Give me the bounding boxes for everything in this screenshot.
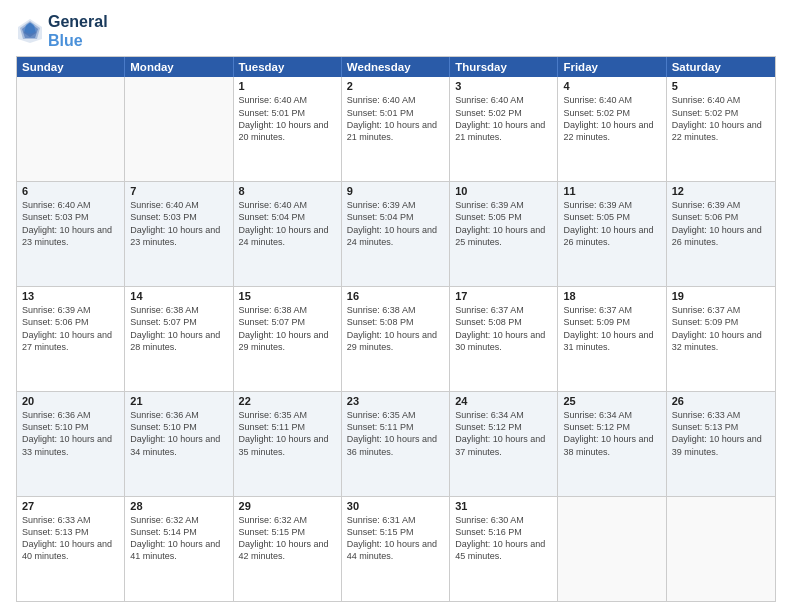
empty-cell bbox=[17, 77, 125, 181]
cell-info: Sunrise: 6:40 AMSunset: 5:01 PMDaylight:… bbox=[347, 94, 444, 143]
day-cell-23: 23Sunrise: 6:35 AMSunset: 5:11 PMDayligh… bbox=[342, 392, 450, 496]
logo-icon bbox=[16, 17, 44, 45]
cell-info: Sunrise: 6:37 AMSunset: 5:09 PMDaylight:… bbox=[672, 304, 770, 353]
day-cell-5: 5Sunrise: 6:40 AMSunset: 5:02 PMDaylight… bbox=[667, 77, 775, 181]
empty-cell bbox=[558, 497, 666, 601]
day-number: 23 bbox=[347, 395, 444, 407]
day-number: 16 bbox=[347, 290, 444, 302]
calendar-row-0: 1Sunrise: 6:40 AMSunset: 5:01 PMDaylight… bbox=[17, 77, 775, 181]
cell-info: Sunrise: 6:38 AMSunset: 5:07 PMDaylight:… bbox=[239, 304, 336, 353]
day-cell-15: 15Sunrise: 6:38 AMSunset: 5:07 PMDayligh… bbox=[234, 287, 342, 391]
header-day-tuesday: Tuesday bbox=[234, 57, 342, 77]
cell-info: Sunrise: 6:33 AMSunset: 5:13 PMDaylight:… bbox=[22, 514, 119, 563]
day-cell-18: 18Sunrise: 6:37 AMSunset: 5:09 PMDayligh… bbox=[558, 287, 666, 391]
day-number: 10 bbox=[455, 185, 552, 197]
cell-info: Sunrise: 6:35 AMSunset: 5:11 PMDaylight:… bbox=[347, 409, 444, 458]
day-number: 24 bbox=[455, 395, 552, 407]
day-cell-28: 28Sunrise: 6:32 AMSunset: 5:14 PMDayligh… bbox=[125, 497, 233, 601]
day-cell-31: 31Sunrise: 6:30 AMSunset: 5:16 PMDayligh… bbox=[450, 497, 558, 601]
day-number: 11 bbox=[563, 185, 660, 197]
cell-info: Sunrise: 6:39 AMSunset: 5:05 PMDaylight:… bbox=[563, 199, 660, 248]
day-number: 13 bbox=[22, 290, 119, 302]
logo-text: General Blue bbox=[48, 12, 108, 50]
day-cell-17: 17Sunrise: 6:37 AMSunset: 5:08 PMDayligh… bbox=[450, 287, 558, 391]
day-cell-27: 27Sunrise: 6:33 AMSunset: 5:13 PMDayligh… bbox=[17, 497, 125, 601]
cell-info: Sunrise: 6:36 AMSunset: 5:10 PMDaylight:… bbox=[22, 409, 119, 458]
day-cell-6: 6Sunrise: 6:40 AMSunset: 5:03 PMDaylight… bbox=[17, 182, 125, 286]
day-cell-10: 10Sunrise: 6:39 AMSunset: 5:05 PMDayligh… bbox=[450, 182, 558, 286]
cell-info: Sunrise: 6:37 AMSunset: 5:09 PMDaylight:… bbox=[563, 304, 660, 353]
day-number: 7 bbox=[130, 185, 227, 197]
day-number: 26 bbox=[672, 395, 770, 407]
cell-info: Sunrise: 6:40 AMSunset: 5:04 PMDaylight:… bbox=[239, 199, 336, 248]
day-cell-9: 9Sunrise: 6:39 AMSunset: 5:04 PMDaylight… bbox=[342, 182, 450, 286]
day-cell-13: 13Sunrise: 6:39 AMSunset: 5:06 PMDayligh… bbox=[17, 287, 125, 391]
cell-info: Sunrise: 6:39 AMSunset: 5:06 PMDaylight:… bbox=[22, 304, 119, 353]
cell-info: Sunrise: 6:40 AMSunset: 5:02 PMDaylight:… bbox=[455, 94, 552, 143]
day-cell-24: 24Sunrise: 6:34 AMSunset: 5:12 PMDayligh… bbox=[450, 392, 558, 496]
day-cell-11: 11Sunrise: 6:39 AMSunset: 5:05 PMDayligh… bbox=[558, 182, 666, 286]
header-day-saturday: Saturday bbox=[667, 57, 775, 77]
day-cell-2: 2Sunrise: 6:40 AMSunset: 5:01 PMDaylight… bbox=[342, 77, 450, 181]
day-number: 22 bbox=[239, 395, 336, 407]
day-number: 20 bbox=[22, 395, 119, 407]
day-cell-8: 8Sunrise: 6:40 AMSunset: 5:04 PMDaylight… bbox=[234, 182, 342, 286]
day-cell-7: 7Sunrise: 6:40 AMSunset: 5:03 PMDaylight… bbox=[125, 182, 233, 286]
day-cell-21: 21Sunrise: 6:36 AMSunset: 5:10 PMDayligh… bbox=[125, 392, 233, 496]
day-number: 30 bbox=[347, 500, 444, 512]
calendar-row-4: 27Sunrise: 6:33 AMSunset: 5:13 PMDayligh… bbox=[17, 496, 775, 601]
header-day-friday: Friday bbox=[558, 57, 666, 77]
day-cell-20: 20Sunrise: 6:36 AMSunset: 5:10 PMDayligh… bbox=[17, 392, 125, 496]
calendar-row-3: 20Sunrise: 6:36 AMSunset: 5:10 PMDayligh… bbox=[17, 391, 775, 496]
header-day-thursday: Thursday bbox=[450, 57, 558, 77]
day-number: 29 bbox=[239, 500, 336, 512]
day-cell-26: 26Sunrise: 6:33 AMSunset: 5:13 PMDayligh… bbox=[667, 392, 775, 496]
day-cell-1: 1Sunrise: 6:40 AMSunset: 5:01 PMDaylight… bbox=[234, 77, 342, 181]
day-number: 19 bbox=[672, 290, 770, 302]
day-cell-14: 14Sunrise: 6:38 AMSunset: 5:07 PMDayligh… bbox=[125, 287, 233, 391]
day-number: 6 bbox=[22, 185, 119, 197]
header-day-sunday: Sunday bbox=[17, 57, 125, 77]
day-cell-29: 29Sunrise: 6:32 AMSunset: 5:15 PMDayligh… bbox=[234, 497, 342, 601]
day-number: 9 bbox=[347, 185, 444, 197]
day-number: 8 bbox=[239, 185, 336, 197]
empty-cell bbox=[667, 497, 775, 601]
day-cell-16: 16Sunrise: 6:38 AMSunset: 5:08 PMDayligh… bbox=[342, 287, 450, 391]
cell-info: Sunrise: 6:37 AMSunset: 5:08 PMDaylight:… bbox=[455, 304, 552, 353]
cell-info: Sunrise: 6:35 AMSunset: 5:11 PMDaylight:… bbox=[239, 409, 336, 458]
cell-info: Sunrise: 6:34 AMSunset: 5:12 PMDaylight:… bbox=[563, 409, 660, 458]
cell-info: Sunrise: 6:31 AMSunset: 5:15 PMDaylight:… bbox=[347, 514, 444, 563]
calendar-row-2: 13Sunrise: 6:39 AMSunset: 5:06 PMDayligh… bbox=[17, 286, 775, 391]
day-number: 1 bbox=[239, 80, 336, 92]
day-number: 18 bbox=[563, 290, 660, 302]
cell-info: Sunrise: 6:40 AMSunset: 5:02 PMDaylight:… bbox=[563, 94, 660, 143]
day-cell-4: 4Sunrise: 6:40 AMSunset: 5:02 PMDaylight… bbox=[558, 77, 666, 181]
page: General Blue SundayMondayTuesdayWednesda… bbox=[0, 0, 792, 612]
cell-info: Sunrise: 6:40 AMSunset: 5:01 PMDaylight:… bbox=[239, 94, 336, 143]
header-day-wednesday: Wednesday bbox=[342, 57, 450, 77]
cell-info: Sunrise: 6:32 AMSunset: 5:14 PMDaylight:… bbox=[130, 514, 227, 563]
day-cell-30: 30Sunrise: 6:31 AMSunset: 5:15 PMDayligh… bbox=[342, 497, 450, 601]
cell-info: Sunrise: 6:34 AMSunset: 5:12 PMDaylight:… bbox=[455, 409, 552, 458]
cell-info: Sunrise: 6:38 AMSunset: 5:08 PMDaylight:… bbox=[347, 304, 444, 353]
cell-info: Sunrise: 6:33 AMSunset: 5:13 PMDaylight:… bbox=[672, 409, 770, 458]
day-number: 17 bbox=[455, 290, 552, 302]
calendar: SundayMondayTuesdayWednesdayThursdayFrid… bbox=[16, 56, 776, 602]
logo: General Blue bbox=[16, 12, 108, 50]
day-number: 15 bbox=[239, 290, 336, 302]
day-cell-3: 3Sunrise: 6:40 AMSunset: 5:02 PMDaylight… bbox=[450, 77, 558, 181]
day-cell-22: 22Sunrise: 6:35 AMSunset: 5:11 PMDayligh… bbox=[234, 392, 342, 496]
day-number: 12 bbox=[672, 185, 770, 197]
day-number: 21 bbox=[130, 395, 227, 407]
cell-info: Sunrise: 6:40 AMSunset: 5:03 PMDaylight:… bbox=[130, 199, 227, 248]
cell-info: Sunrise: 6:30 AMSunset: 5:16 PMDaylight:… bbox=[455, 514, 552, 563]
cell-info: Sunrise: 6:40 AMSunset: 5:02 PMDaylight:… bbox=[672, 94, 770, 143]
day-number: 14 bbox=[130, 290, 227, 302]
empty-cell bbox=[125, 77, 233, 181]
calendar-header: SundayMondayTuesdayWednesdayThursdayFrid… bbox=[17, 57, 775, 77]
day-number: 3 bbox=[455, 80, 552, 92]
day-number: 4 bbox=[563, 80, 660, 92]
day-number: 2 bbox=[347, 80, 444, 92]
cell-info: Sunrise: 6:32 AMSunset: 5:15 PMDaylight:… bbox=[239, 514, 336, 563]
header-day-monday: Monday bbox=[125, 57, 233, 77]
